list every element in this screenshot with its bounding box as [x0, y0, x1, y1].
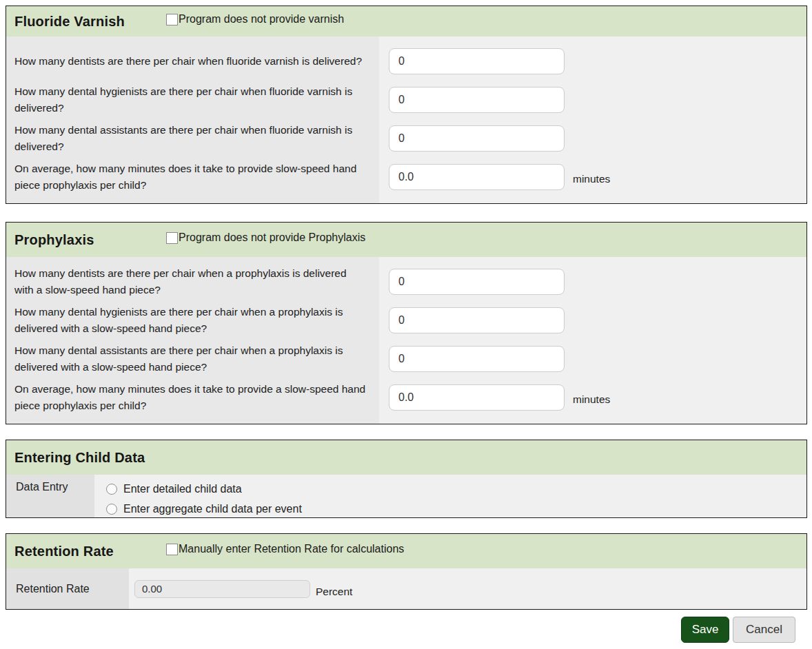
prophylaxis-hygienists-per-chair-input[interactable] [389, 307, 565, 333]
question-text: On average, how many minutes does it tak… [6, 378, 379, 417]
prophylaxis-body: How many dentists are there per chair wh… [6, 257, 806, 424]
prophylaxis-assistants-per-chair-input[interactable] [389, 346, 565, 372]
table-row: How many dental hygienists are there per… [6, 301, 806, 340]
retention-rate-header: Retention Rate Manually enter Retention … [6, 534, 806, 568]
question-text: How many dental hygienists are there per… [6, 301, 379, 340]
fluoride-no-varnish-checkbox[interactable] [166, 14, 178, 25]
table-row: How many dentists are there per chair wh… [6, 262, 806, 301]
action-button-bar: Save Cancel [0, 617, 812, 643]
prophylaxis-section: Prophylaxis Program does not provide Pro… [6, 222, 807, 424]
fluoride-minutes-per-child-input[interactable] [389, 164, 565, 190]
table-row: How many dental assistants are there per… [6, 340, 806, 378]
entering-child-data-title: Entering Child Data [6, 450, 166, 466]
detailed-child-data-radio-label: Enter detailed child data [123, 483, 242, 495]
table-row: On average, how many minutes does it tak… [6, 378, 806, 417]
fluoride-varnish-body: How many dentists are there per chair wh… [6, 37, 806, 203]
percent-unit-label: Percent [316, 579, 352, 598]
fluoride-dentists-per-chair-input[interactable] [389, 48, 565, 74]
table-row: On average, how many minutes does it tak… [6, 158, 806, 196]
prophylaxis-not-provided-checkbox-label: Program does not provide Prophylaxis [179, 231, 365, 244]
table-row: How many dental hygienists are there per… [6, 81, 806, 119]
question-text: How many dental assistants are there per… [6, 119, 379, 158]
fluoride-varnish-header: Fluoride Varnish Program does not provid… [6, 6, 806, 37]
minutes-unit-label: minutes [573, 169, 610, 185]
save-button[interactable]: Save [681, 617, 729, 643]
retention-rate-body: Retention Rate Percent [6, 568, 806, 609]
data-entry-row-label: Data Entry [16, 481, 68, 493]
retention-rate-row-label: Retention Rate [6, 583, 129, 595]
fluoride-no-varnish-checkbox-label: Program does not provide varnish [179, 13, 344, 25]
prophylaxis-title: Prophylaxis [6, 232, 166, 248]
retention-rate-title: Retention Rate [6, 544, 166, 559]
data-entry-radio-group: Enter detailed child data Enter aggregat… [106, 478, 302, 518]
aggregate-child-data-radio-label: Enter aggregate child data per event [123, 503, 302, 515]
retention-rate-section: Retention Rate Manually enter Retention … [6, 533, 807, 610]
manual-retention-rate-checkbox-label: Manually enter Retention Rate for calcul… [179, 543, 404, 555]
prophylaxis-not-provided-checkbox[interactable] [166, 232, 178, 244]
prophylaxis-minutes-per-child-input[interactable] [389, 384, 565, 411]
radio-option-detailed[interactable]: Enter detailed child data [106, 480, 302, 498]
radio-option-aggregate[interactable]: Enter aggregate child data per event [106, 500, 302, 518]
question-text: How many dental hygienists are there per… [6, 81, 379, 119]
prophylaxis-header: Prophylaxis Program does not provide Pro… [6, 223, 806, 257]
manual-retention-rate-checkbox[interactable] [166, 544, 178, 555]
fluoride-hygienists-per-chair-input[interactable] [389, 87, 565, 113]
table-row: How many dentists are there per chair wh… [6, 42, 806, 81]
entering-child-data-header: Entering Child Data [6, 440, 806, 475]
table-row: How many dental assistants are there per… [6, 119, 806, 158]
prophylaxis-dentists-per-chair-input[interactable] [389, 269, 565, 295]
cancel-button[interactable]: Cancel [733, 617, 795, 643]
question-text: On average, how many minutes does it tak… [6, 158, 379, 196]
fluoride-assistants-per-chair-input[interactable] [389, 125, 565, 152]
aggregate-child-data-radio[interactable] [106, 504, 117, 515]
question-text: How many dental assistants are there per… [6, 340, 379, 378]
minutes-unit-label: minutes [573, 389, 610, 406]
question-text: How many dentists are there per chair wh… [6, 42, 379, 81]
fluoride-varnish-section: Fluoride Varnish Program does not provid… [6, 6, 807, 204]
question-text: How many dentists are there per chair wh… [6, 262, 379, 301]
entering-child-data-section: Entering Child Data Data Entry Enter det… [6, 440, 807, 518]
entering-child-data-body: Data Entry Enter detailed child data Ent… [6, 475, 806, 517]
fluoride-varnish-title: Fluoride Varnish [6, 14, 166, 30]
detailed-child-data-radio[interactable] [106, 484, 117, 495]
retention-rate-input[interactable] [134, 580, 310, 598]
